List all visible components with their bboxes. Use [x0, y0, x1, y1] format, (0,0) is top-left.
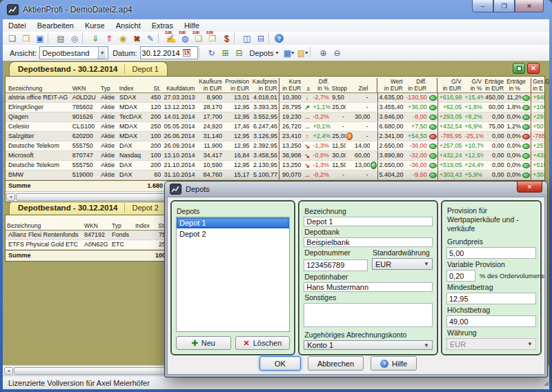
depotbank-field[interactable]	[304, 237, 433, 247]
save-icon[interactable]: ▣	[33, 32, 47, 44]
refresh-icon[interactable]: ↻	[205, 47, 219, 59]
list-item[interactable]: Depot 1	[177, 217, 289, 228]
date-input[interactable]	[142, 49, 181, 57]
table-row[interactable]: ElringKlinger 785602 Aktie MDAX 120 13.1…	[6, 103, 544, 112]
column-header[interactable]: Kaufkursin EUR	[196, 78, 223, 92]
table-export-icon[interactable]: ⊟	[233, 47, 246, 59]
column-header[interactable]: Erträgein %	[505, 78, 522, 92]
import-icon[interactable]: ⇓	[88, 32, 102, 44]
print-preview-icon[interactable]: ◎	[68, 32, 81, 44]
column-header[interactable]: Index	[134, 222, 153, 229]
depots-dropdown[interactable]: Depots ▾	[246, 46, 282, 59]
edit-quotes-icon[interactable]: ✎	[144, 32, 157, 44]
separator[interactable]	[268, 33, 274, 43]
quote-file-icon[interactable]: ❏2,00	[192, 32, 206, 44]
mindestbetrag-field[interactable]	[446, 293, 536, 304]
menu-item[interactable]: Extras	[146, 19, 179, 32]
column-header[interactable]	[346, 78, 353, 92]
column-header[interactable]: Ges.Gin E	[531, 78, 544, 92]
ok-button[interactable]: OK	[259, 356, 301, 371]
view-select[interactable]: Depotbestand ▾	[39, 46, 108, 59]
table-row[interactable]: Qiagen 901626 Aktie TecDAX 200 14.01.201…	[6, 112, 544, 122]
grundpreis-field[interactable]	[446, 247, 536, 259]
column-header[interactable]: Kursin EUR	[279, 78, 303, 92]
bezeichnung-field[interactable]	[304, 217, 433, 226]
column-header[interactable]: Bezeichnung	[6, 222, 83, 229]
menu-item[interactable]: Bearbeiten	[32, 19, 79, 32]
delete-depot-button[interactable]: ✕Löschen	[235, 336, 290, 350]
chevron-down-icon[interactable]: ▾	[98, 47, 106, 59]
menu-item[interactable]: Ansicht	[110, 19, 146, 32]
menu-item[interactable]: Kurse	[79, 19, 110, 32]
column-header[interactable]: ±	[302, 78, 311, 92]
close-window-button[interactable]: ✕	[527, 63, 540, 74]
tab-depot1[interactable]: Depotbestand - 30.12.2014 Depot 1	[9, 61, 168, 76]
table-row[interactable]: Salzgitter 620200 Aktie MDAX 100 26.06.2…	[6, 132, 544, 141]
list-item[interactable]: Depot 2	[177, 228, 289, 239]
cancel-button[interactable]: Abbrechen	[308, 356, 364, 371]
column-header[interactable]	[369, 78, 377, 92]
column-header[interactable]	[428, 78, 437, 92]
table-row[interactable]: Deutsche Telekom 555750 Aktie DAX 200 26…	[6, 141, 544, 151]
column-header[interactable]: St.	[144, 78, 162, 92]
separator[interactable]	[234, 33, 239, 43]
zoom-in-icon[interactable]: ⊕	[316, 47, 330, 59]
table-row[interactable]: alstria office REIT-AG A0LD2U Aktie SDAX…	[6, 93, 544, 103]
column-header[interactable]: WKN	[71, 78, 99, 92]
new-file-icon[interactable]: ❏	[6, 32, 19, 44]
zoom-out-icon[interactable]: ⊖	[330, 47, 344, 59]
depotinhaber-field[interactable]	[304, 282, 433, 292]
split-horizontal-icon[interactable]: ⊟	[254, 32, 268, 44]
print-icon[interactable]: ▤	[54, 32, 68, 44]
quote-folder-icon[interactable]: ❐2,00	[206, 32, 219, 44]
column-header[interactable]: G/Vin EUR	[437, 78, 463, 92]
hoechstbetrag-field[interactable]	[446, 315, 536, 327]
chart-view-icon[interactable]: ▧▾	[295, 47, 309, 59]
coins-icon[interactable]: ◉	[116, 32, 130, 44]
scroll-left-arrow[interactable]: ◄	[4, 367, 13, 375]
standardwaehrung-select[interactable]: EUR ▼	[372, 258, 433, 270]
column-header[interactable]: Wertin EUR	[377, 78, 404, 92]
column-header[interactable]	[522, 78, 531, 92]
column-header[interactable]: Kaufpreisin EUR	[250, 78, 278, 92]
export-icon[interactable]: ⇑	[102, 32, 116, 44]
new-depot-button[interactable]: ✚Neu	[176, 336, 231, 350]
close-button[interactable]: ✕	[515, 0, 544, 12]
resize-grip[interactable]: ◢	[544, 380, 548, 386]
table-row[interactable]: Deutsche Telekom 555750 Aktie DAX 200 21…	[6, 161, 544, 170]
help-icon[interactable]: ?	[275, 34, 284, 43]
column-header[interactable]: Typ	[110, 222, 134, 229]
konto-select[interactable]: Konto 1 ▼	[304, 340, 433, 350]
sonstiges-field[interactable]	[304, 303, 433, 328]
table-row[interactable]: Microsoft 870747 Aktie Nasdaq 100 13.10.…	[6, 151, 544, 161]
separator[interactable]	[82, 33, 88, 43]
open-file-icon[interactable]: ❐	[19, 32, 33, 44]
minimize-button[interactable]: –	[472, 0, 493, 12]
column-header[interactable]: Ziel	[353, 78, 370, 92]
separator[interactable]	[48, 33, 53, 43]
menu-item[interactable]: Datei	[3, 19, 32, 32]
quote-manual-icon[interactable]: ✍2,00	[164, 32, 178, 44]
column-header[interactable]: Diff.in %	[311, 78, 331, 92]
variable-provision-field[interactable]	[446, 270, 475, 282]
column-header[interactable]: Typ	[99, 78, 118, 92]
column-header[interactable]: Kaufdatum	[162, 78, 196, 92]
dialog-close-button[interactable]: ✕	[517, 182, 542, 193]
column-header[interactable]: Index	[118, 78, 144, 92]
depotnummer-field[interactable]	[304, 259, 368, 271]
column-header[interactable]: Diff.in EUR	[404, 78, 428, 92]
table-import-icon[interactable]: ⊞	[219, 47, 233, 59]
calendar-icon[interactable]: 15	[183, 49, 191, 57]
separator[interactable]	[158, 33, 164, 43]
table-row[interactable]: BMW 519000 Aktie DAX 60 31.10.2014 84,76…	[6, 170, 544, 180]
help-button[interactable]: ?Hilfe	[371, 356, 417, 371]
separator[interactable]	[310, 47, 315, 57]
split-vertical-icon[interactable]: ◫	[240, 32, 254, 44]
table-row[interactable]: Celesio CLS100 Aktie MDAX 250 05.05.2014…	[6, 122, 544, 132]
table-view-icon[interactable]: ▦▾	[282, 47, 295, 59]
update-prices-icon[interactable]: ✖	[130, 32, 144, 44]
column-header[interactable]: Stopp	[331, 78, 346, 92]
restore-window-button[interactable]	[513, 63, 525, 74]
column-header[interactable]: Erträgein EUR	[483, 78, 505, 92]
tab-depot2[interactable]: Depotbestand - 30.12.2014 Depot 2	[9, 200, 168, 215]
